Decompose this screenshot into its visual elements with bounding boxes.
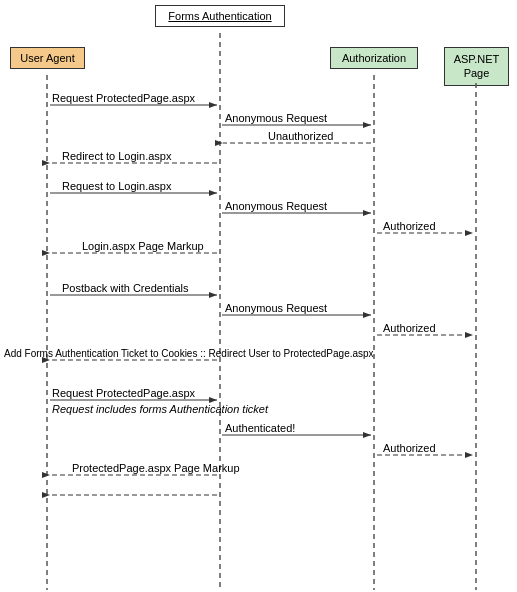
msg-login-markup: Login.aspx Page Markup [82, 240, 204, 252]
actor-forms-auth: Forms Authentication [155, 5, 285, 27]
msg-postback: Postback with Credentials [62, 282, 189, 294]
actor-authorization: Authorization [330, 47, 418, 69]
msg-request-includes-ticket: Request includes forms Authentication ti… [52, 402, 268, 416]
msg-request-protected-2: Request ProtectedPage.aspx [52, 387, 195, 399]
msg-authenticated: Authenticated! [225, 422, 295, 434]
msg-request-login: Request to Login.aspx [62, 180, 171, 192]
msg-add-ticket: Add Forms Authentication Ticket to Cooki… [4, 348, 374, 359]
msg-anonymous-request-2: Anonymous Request [225, 200, 327, 212]
msg-authorized-2: Authorized [383, 322, 436, 334]
msg-request-protected: Request ProtectedPage.aspx [52, 92, 195, 104]
msg-unauthorized: Unauthorized [268, 130, 333, 142]
msg-redirect-login: Redirect to Login.aspx [62, 150, 171, 162]
actor-user-agent-label: User Agent [20, 52, 74, 64]
actor-forms-auth-label: Forms Authentication [168, 10, 271, 22]
msg-protected-markup: ProtectedPage.aspx Page Markup [72, 462, 240, 474]
msg-anonymous-request-3: Anonymous Request [225, 302, 327, 314]
actor-aspnet-page: ASP.NETPage [444, 47, 509, 86]
msg-authorized-3: Authorized [383, 442, 436, 454]
actor-authorization-label: Authorization [342, 52, 406, 64]
msg-authorized-1: Authorized [383, 220, 436, 232]
sequence-diagram-svg [0, 0, 517, 592]
actor-aspnet-page-label: ASP.NETPage [454, 53, 500, 79]
msg-anonymous-request-1: Anonymous Request [225, 112, 327, 124]
diagram: User Agent Forms Authentication Authoriz… [0, 0, 517, 592]
actor-user-agent: User Agent [10, 47, 85, 69]
